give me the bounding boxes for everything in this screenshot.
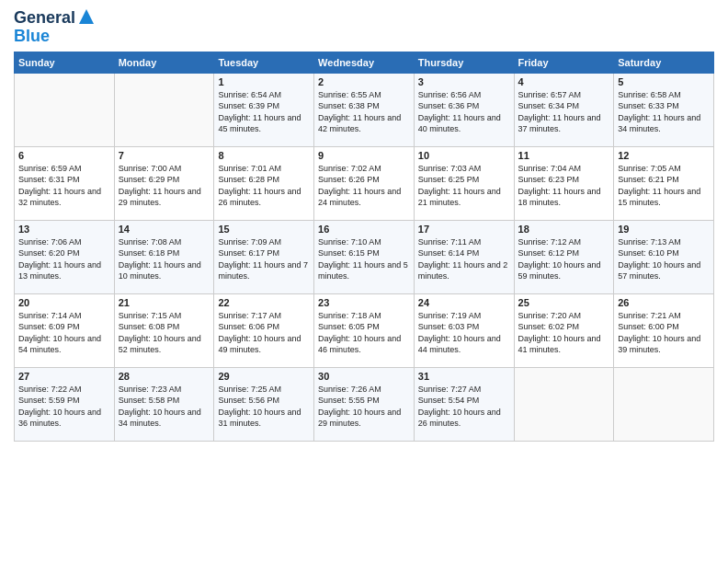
header-row: SundayMondayTuesdayWednesdayThursdayFrid… — [15, 52, 714, 73]
day-info: Sunrise: 7:15 AMSunset: 6:08 PMDaylight:… — [119, 310, 210, 356]
day-number: 25 — [518, 297, 610, 308]
calendar-cell: 26Sunrise: 7:21 AMSunset: 6:00 PMDayligh… — [614, 293, 714, 367]
calendar-cell: 29Sunrise: 7:25 AMSunset: 5:56 PMDayligh… — [214, 367, 314, 441]
calendar-cell: 20Sunrise: 7:14 AMSunset: 6:09 PMDayligh… — [15, 293, 115, 367]
calendar-cell: 25Sunrise: 7:20 AMSunset: 6:02 PMDayligh… — [514, 293, 614, 367]
calendar-cell: 21Sunrise: 7:15 AMSunset: 6:08 PMDayligh… — [114, 293, 214, 367]
calendar-cell: 28Sunrise: 7:23 AMSunset: 5:58 PMDayligh… — [114, 367, 214, 441]
calendar-cell: 19Sunrise: 7:13 AMSunset: 6:10 PMDayligh… — [614, 220, 714, 293]
calendar-week-row: 20Sunrise: 7:14 AMSunset: 6:09 PMDayligh… — [15, 293, 714, 367]
day-number: 1 — [218, 76, 310, 87]
page-container: General Blue SundayMondayTuesdayWednesda… — [0, 0, 728, 446]
calendar-cell: 10Sunrise: 7:03 AMSunset: 6:25 PMDayligh… — [414, 146, 514, 220]
calendar-cell — [514, 367, 614, 441]
day-number: 12 — [618, 150, 710, 161]
calendar-table: SundayMondayTuesdayWednesdayThursdayFrid… — [14, 52, 714, 442]
day-number: 7 — [119, 150, 210, 161]
day-of-week-header: Thursday — [414, 52, 514, 73]
day-info: Sunrise: 7:02 AMSunset: 6:26 PMDaylight:… — [318, 163, 410, 209]
day-of-week-header: Wednesday — [314, 52, 415, 73]
svg-marker-0 — [79, 9, 94, 24]
calendar-cell: 12Sunrise: 7:05 AMSunset: 6:21 PMDayligh… — [614, 146, 714, 220]
calendar-cell: 7Sunrise: 7:00 AMSunset: 6:29 PMDaylight… — [114, 146, 214, 220]
day-info: Sunrise: 7:04 AMSunset: 6:23 PMDaylight:… — [518, 163, 610, 209]
day-of-week-header: Tuesday — [214, 52, 314, 73]
day-info: Sunrise: 7:08 AMSunset: 6:18 PMDaylight:… — [119, 236, 210, 282]
day-number: 21 — [119, 297, 210, 308]
calendar-cell: 2Sunrise: 6:55 AMSunset: 6:38 PMDaylight… — [314, 73, 415, 146]
logo-icon — [77, 7, 96, 26]
day-info: Sunrise: 7:03 AMSunset: 6:25 PMDaylight:… — [418, 163, 510, 209]
day-info: Sunrise: 7:12 AMSunset: 6:12 PMDaylight:… — [518, 236, 610, 282]
day-number: 29 — [218, 371, 310, 382]
calendar-cell: 30Sunrise: 7:26 AMSunset: 5:55 PMDayligh… — [314, 367, 415, 441]
day-number: 16 — [318, 224, 410, 235]
calendar-cell: 4Sunrise: 6:57 AMSunset: 6:34 PMDaylight… — [514, 73, 614, 146]
day-of-week-header: Saturday — [614, 52, 714, 73]
calendar-week-row: 27Sunrise: 7:22 AMSunset: 5:59 PMDayligh… — [15, 367, 714, 441]
day-number: 11 — [518, 150, 610, 161]
calendar-cell: 18Sunrise: 7:12 AMSunset: 6:12 PMDayligh… — [514, 220, 614, 293]
calendar-week-row: 1Sunrise: 6:54 AMSunset: 6:39 PMDaylight… — [15, 73, 714, 146]
day-info: Sunrise: 7:14 AMSunset: 6:09 PMDaylight:… — [18, 310, 110, 356]
day-info: Sunrise: 7:13 AMSunset: 6:10 PMDaylight:… — [618, 236, 710, 282]
day-info: Sunrise: 6:58 AMSunset: 6:33 PMDaylight:… — [618, 89, 710, 135]
calendar-cell: 27Sunrise: 7:22 AMSunset: 5:59 PMDayligh… — [15, 367, 115, 441]
day-info: Sunrise: 7:01 AMSunset: 6:28 PMDaylight:… — [218, 163, 310, 209]
day-number: 15 — [218, 224, 310, 235]
day-info: Sunrise: 6:59 AMSunset: 6:31 PMDaylight:… — [18, 163, 110, 209]
calendar-cell: 5Sunrise: 6:58 AMSunset: 6:33 PMDaylight… — [614, 73, 714, 146]
calendar-cell: 15Sunrise: 7:09 AMSunset: 6:17 PMDayligh… — [214, 220, 314, 293]
logo-general: General — [14, 9, 75, 28]
day-number: 20 — [18, 297, 110, 308]
day-info: Sunrise: 7:17 AMSunset: 6:06 PMDaylight:… — [218, 310, 310, 356]
day-number: 10 — [418, 150, 510, 161]
day-info: Sunrise: 7:10 AMSunset: 6:15 PMDaylight:… — [318, 236, 410, 282]
calendar-cell: 14Sunrise: 7:08 AMSunset: 6:18 PMDayligh… — [114, 220, 214, 293]
logo: General Blue — [14, 9, 96, 46]
calendar-cell: 9Sunrise: 7:02 AMSunset: 6:26 PMDaylight… — [314, 146, 415, 220]
day-number: 26 — [618, 297, 710, 308]
day-number: 18 — [518, 224, 610, 235]
day-number: 6 — [18, 150, 110, 161]
day-info: Sunrise: 7:06 AMSunset: 6:20 PMDaylight:… — [18, 236, 110, 282]
day-number: 3 — [418, 76, 510, 87]
day-info: Sunrise: 7:19 AMSunset: 6:03 PMDaylight:… — [418, 310, 510, 356]
day-of-week-header: Monday — [114, 52, 214, 73]
calendar-cell — [114, 73, 214, 146]
day-number: 24 — [418, 297, 510, 308]
calendar-cell: 1Sunrise: 6:54 AMSunset: 6:39 PMDaylight… — [214, 73, 314, 146]
day-number: 19 — [618, 224, 710, 235]
day-info: Sunrise: 7:26 AMSunset: 5:55 PMDaylight:… — [318, 384, 410, 430]
logo-blue: Blue — [14, 28, 50, 46]
calendar-cell — [614, 367, 714, 441]
day-info: Sunrise: 7:05 AMSunset: 6:21 PMDaylight:… — [618, 163, 710, 209]
day-info: Sunrise: 7:20 AMSunset: 6:02 PMDaylight:… — [518, 310, 610, 356]
calendar-cell: 24Sunrise: 7:19 AMSunset: 6:03 PMDayligh… — [414, 293, 514, 367]
day-number: 5 — [618, 76, 710, 87]
day-info: Sunrise: 7:25 AMSunset: 5:56 PMDaylight:… — [218, 384, 310, 430]
day-info: Sunrise: 7:11 AMSunset: 6:14 PMDaylight:… — [418, 236, 510, 282]
day-number: 27 — [18, 371, 110, 382]
day-number: 9 — [318, 150, 410, 161]
day-number: 23 — [318, 297, 410, 308]
day-info: Sunrise: 7:00 AMSunset: 6:29 PMDaylight:… — [119, 163, 210, 209]
day-number: 22 — [218, 297, 310, 308]
day-info: Sunrise: 7:09 AMSunset: 6:17 PMDaylight:… — [218, 236, 310, 282]
day-info: Sunrise: 7:27 AMSunset: 5:54 PMDaylight:… — [418, 384, 510, 430]
day-info: Sunrise: 7:23 AMSunset: 5:58 PMDaylight:… — [119, 384, 210, 430]
calendar-cell: 16Sunrise: 7:10 AMSunset: 6:15 PMDayligh… — [314, 220, 415, 293]
day-info: Sunrise: 6:56 AMSunset: 6:36 PMDaylight:… — [418, 89, 510, 135]
day-number: 31 — [418, 371, 510, 382]
day-info: Sunrise: 7:22 AMSunset: 5:59 PMDaylight:… — [18, 384, 110, 430]
day-info: Sunrise: 6:54 AMSunset: 6:39 PMDaylight:… — [218, 89, 310, 135]
header: General Blue — [14, 9, 714, 46]
day-of-week-header: Friday — [514, 52, 614, 73]
calendar-cell: 23Sunrise: 7:18 AMSunset: 6:05 PMDayligh… — [314, 293, 415, 367]
day-number: 14 — [119, 224, 210, 235]
calendar-week-row: 6Sunrise: 6:59 AMSunset: 6:31 PMDaylight… — [15, 146, 714, 220]
calendar-cell: 17Sunrise: 7:11 AMSunset: 6:14 PMDayligh… — [414, 220, 514, 293]
calendar-cell: 13Sunrise: 7:06 AMSunset: 6:20 PMDayligh… — [15, 220, 115, 293]
calendar-week-row: 13Sunrise: 7:06 AMSunset: 6:20 PMDayligh… — [15, 220, 714, 293]
calendar-cell: 6Sunrise: 6:59 AMSunset: 6:31 PMDaylight… — [15, 146, 115, 220]
